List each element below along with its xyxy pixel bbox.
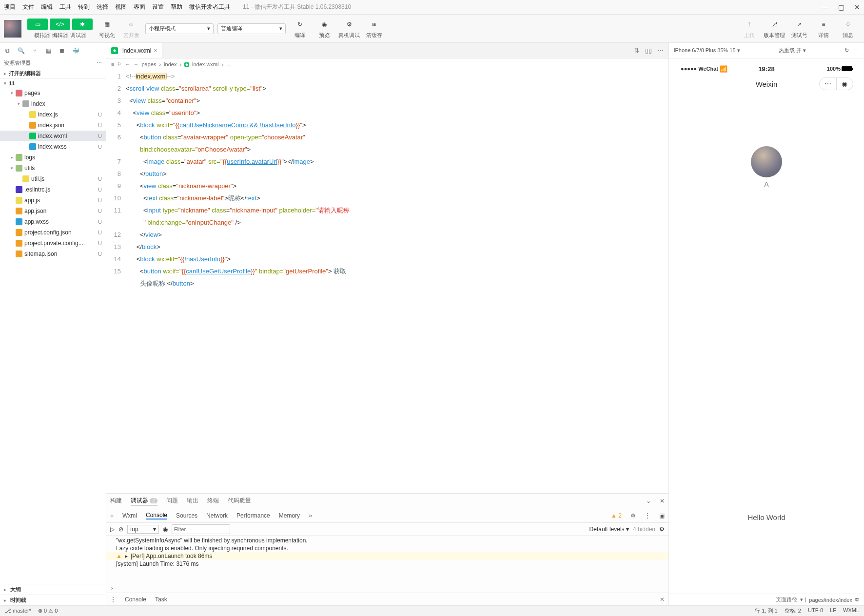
gear-icon[interactable]: ⚙ — [659, 526, 665, 533]
preview-button[interactable]: ◉ — [314, 19, 334, 30]
tree-item-index-wxml[interactable]: index.wxmlU — [0, 131, 106, 141]
capsule-menu-icon[interactable]: ⋯ — [820, 78, 837, 90]
simulator-button[interactable]: ▭ — [27, 19, 48, 30]
debugger-button[interactable]: ✱ — [72, 19, 93, 30]
device-screen[interactable]: ●●●●● WeChat 📶 19:28 100% Weixin ⋯ ◉ A H… — [676, 62, 857, 590]
tab-output[interactable]: 输出 — [187, 497, 198, 505]
tree-item-app-wxss[interactable]: app.wxssU — [0, 216, 106, 227]
visual-button[interactable]: ▦ — [97, 19, 117, 30]
collapse-panel-icon[interactable]: ⌄ — [646, 498, 651, 504]
editor-tab[interactable]: ◆ index.wxml × — [106, 43, 162, 58]
test-button[interactable]: ↗ — [789, 19, 809, 30]
nav-fwd-icon[interactable]: → — [133, 61, 138, 67]
tree-item-index-js[interactable]: index.jsU — [0, 109, 106, 120]
tree-item-utils[interactable]: ▾utils — [0, 163, 106, 173]
kebab-icon[interactable]: ⋮ — [645, 512, 650, 519]
tree-item-pages[interactable]: ▾pages — [0, 88, 106, 98]
menu-proj[interactable]: 项目 — [4, 3, 16, 11]
split-icon[interactable]: ▯▯ — [645, 47, 652, 54]
filter-input[interactable] — [172, 524, 230, 534]
capsule[interactable]: ⋯ ◉ — [819, 77, 853, 90]
problems-status[interactable]: ⊗ 0 ⚠ 0 — [38, 608, 58, 614]
lang-status[interactable]: WXML — [843, 607, 859, 615]
more-icon[interactable]: ⋯ — [97, 60, 102, 66]
branch-icon[interactable]: ⑂ — [30, 46, 39, 55]
tree-item-app-json[interactable]: app.jsonU — [0, 206, 106, 216]
dtab-memory[interactable]: Memory — [279, 512, 300, 519]
remote-debug-button[interactable]: ⚙ — [339, 19, 359, 30]
footer-task[interactable]: Task — [155, 596, 167, 603]
encoding-status[interactable]: UTF-8 — [808, 607, 823, 615]
levels-select[interactable]: Default levels ▾ — [589, 526, 629, 533]
section-open-editors[interactable]: ▸打开的编辑器 — [0, 69, 106, 77]
bookmark-icon[interactable]: ⚐ — [117, 61, 122, 68]
menu-tools[interactable]: 工具 — [59, 3, 71, 11]
close-tab-icon[interactable]: × — [154, 47, 157, 54]
section-project[interactable]: ▾11 — [0, 80, 106, 87]
capsule-close-icon[interactable]: ◉ — [837, 78, 853, 90]
menu-wxdev[interactable]: 微信开发者工具 — [189, 3, 230, 11]
tree-item-index-json[interactable]: index.jsonU — [0, 120, 106, 131]
tab-build[interactable]: 构建 — [110, 497, 122, 505]
reload-select[interactable]: 热重载 开 ▾ — [779, 47, 806, 54]
docker-icon[interactable]: 🐳 — [71, 46, 80, 55]
upload-button[interactable]: ↥ — [739, 19, 760, 30]
user-avatar-icon[interactable] — [4, 20, 21, 38]
editor-button[interactable]: </> — [50, 19, 70, 30]
dtab-wxml[interactable]: Wxml — [122, 512, 137, 519]
clear-cache-button[interactable]: ≋ — [364, 19, 384, 30]
tab-quality[interactable]: 代码质量 — [228, 497, 251, 505]
breadcrumb[interactable]: ≡ ⚐ ← → pages › index › ◆ index.wxml › .… — [106, 58, 668, 70]
branch-status[interactable]: ⎇ master* — [5, 608, 31, 614]
code-editor[interactable]: 123456789101112131415 <!--index.wxml--><… — [106, 70, 668, 493]
menu-edit[interactable]: 编辑 — [41, 3, 53, 11]
menu-view[interactable]: 视图 — [115, 3, 127, 11]
console-input[interactable]: › — [106, 584, 668, 593]
dtab-network[interactable]: Network — [206, 512, 228, 519]
tab-terminal[interactable]: 终端 — [207, 497, 219, 505]
tree-item-project-private-config-[interactable]: project.private.config....U — [0, 238, 106, 249]
cloud-button[interactable]: ∞ — [121, 19, 141, 30]
menu-select[interactable]: 选择 — [97, 3, 108, 11]
device-select[interactable]: iPhone 6/7/8 Plus 85% 15 ▾ — [674, 47, 740, 54]
dock-icon[interactable]: ▣ — [659, 512, 665, 519]
gear-icon[interactable]: ⚙ — [630, 512, 636, 519]
eye-icon[interactable]: ◉ — [163, 526, 168, 533]
mode-select[interactable]: 小程序模式▾ — [145, 23, 214, 34]
tree-item-sitemap-json[interactable]: sitemap.jsonU — [0, 249, 106, 259]
play-icon[interactable]: ▷ — [110, 526, 115, 533]
tree-item-logs[interactable]: ▸logs — [0, 152, 106, 163]
tree-item-util-js[interactable]: util.jsU — [0, 173, 106, 184]
messages-button[interactable]: ♢ — [838, 19, 858, 30]
more-preview-icon[interactable]: ⋯ — [854, 47, 859, 54]
inspect-icon[interactable]: ⟐ — [110, 512, 114, 519]
refresh-preview-icon[interactable]: ↻ — [844, 47, 849, 54]
tab-debugger[interactable]: 调试器 2 — [131, 497, 157, 505]
tree-item-project-config-json[interactable]: project.config.jsonU — [0, 227, 106, 238]
files-icon[interactable]: ⧉ — [3, 46, 12, 55]
maximize-icon[interactable]: ▢ — [838, 3, 844, 11]
section-outline[interactable]: ▸大纲 — [0, 584, 106, 595]
search-icon[interactable]: 🔍 — [17, 46, 25, 55]
no-icon[interactable]: ⊘ — [118, 526, 123, 533]
menu-settings[interactable]: 设置 — [152, 3, 164, 11]
compile-select[interactable]: 普通编译▾ — [217, 23, 286, 34]
close-panel-icon[interactable]: ✕ — [660, 498, 665, 504]
dtab-console[interactable]: Console — [146, 512, 167, 520]
git-compare-icon[interactable]: ⇅ — [634, 47, 639, 54]
tree-item-index-wxss[interactable]: index.wxssU — [0, 141, 106, 152]
compile-button[interactable]: ↻ — [290, 19, 310, 30]
close-drawer-icon[interactable]: ✕ — [660, 596, 665, 603]
dtab-sources[interactable]: Sources — [176, 512, 197, 519]
menu-help[interactable]: 帮助 — [171, 3, 182, 11]
menu-goto[interactable]: 转到 — [78, 3, 90, 11]
more-tabs-icon[interactable]: » — [309, 512, 312, 519]
list-icon[interactable]: ≡ — [111, 61, 114, 67]
details-button[interactable]: ≡ — [813, 19, 834, 30]
menu-ui[interactable]: 界面 — [134, 3, 145, 11]
ext-icon[interactable]: ▦ — [44, 46, 53, 55]
tree-item-index[interactable]: ▾index — [0, 98, 106, 109]
db-icon[interactable]: ≣ — [58, 46, 66, 55]
context-select[interactable]: top▾ — [127, 525, 159, 534]
tree-item--eslintrc-js[interactable]: .eslintrc.jsU — [0, 184, 106, 195]
